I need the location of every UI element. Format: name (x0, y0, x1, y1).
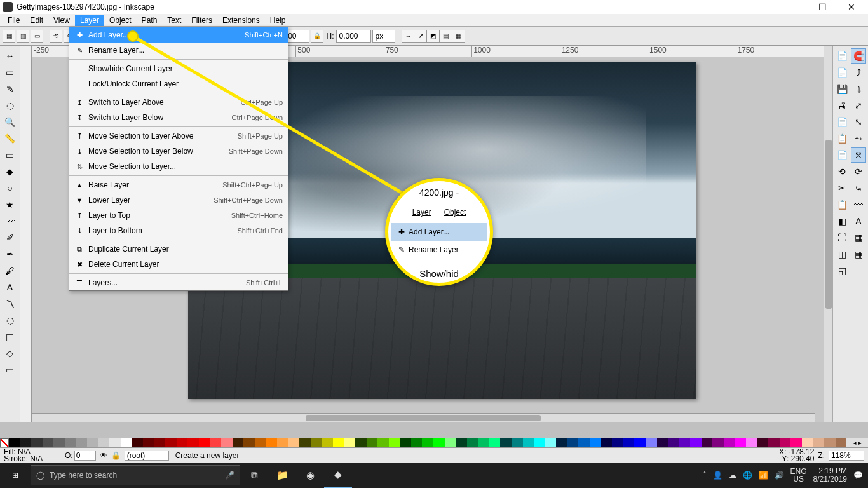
color-swatch[interactable] (646, 438, 657, 447)
close-button[interactable]: ✕ (837, 0, 865, 14)
fill-stroke-indicator[interactable]: Fill: N/A Stroke: N/A (4, 449, 61, 463)
menu-item-delete-current-layer[interactable]: ✖Delete Current Layer (69, 257, 288, 272)
color-swatch[interactable] (76, 438, 87, 447)
color-swatch[interactable] (243, 438, 255, 447)
affect-move-button[interactable]: ↔ (402, 30, 414, 43)
system-tray[interactable]: ˄ 👤 ☁ 🌐 📶 🔊 ENG US 2:19 PM 8/21/2019 💬 (698, 467, 868, 484)
select-all-button[interactable]: ▦ (3, 30, 15, 43)
color-swatch[interactable] (601, 438, 613, 447)
task-view-button[interactable]: ⧉ (240, 463, 268, 488)
command-22[interactable]: ⛶ (834, 230, 850, 245)
opacity-input[interactable]: 0 (74, 451, 96, 461)
color-swatch[interactable] (121, 438, 132, 447)
color-swatch[interactable] (377, 438, 389, 447)
color-swatch[interactable] (311, 438, 322, 447)
command-16[interactable]: ✂ (834, 180, 850, 196)
menu-item-layer-to-top[interactable]: ⤒Layer to TopShift+Ctrl+Home (69, 208, 288, 223)
command-11[interactable]: ⤳ (851, 131, 866, 146)
color-swatch[interactable] (109, 438, 121, 447)
color-swatch[interactable] (489, 438, 501, 447)
palette-scroll[interactable]: ◂ ▸ (846, 438, 868, 447)
menu-item-move-selection-to-layer-below[interactable]: ⤓Move Selection to Layer BelowShift+Page… (69, 144, 288, 159)
command-1[interactable]: 🧲 (851, 48, 866, 64)
color-swatch[interactable] (299, 438, 311, 447)
color-swatch[interactable] (433, 438, 445, 447)
command-4[interactable]: 💾 (834, 81, 850, 97)
color-swatch[interactable] (322, 438, 333, 447)
color-swatch[interactable] (400, 438, 411, 447)
color-swatch[interactable] (746, 438, 757, 447)
tray-language[interactable]: ENG US (790, 468, 807, 483)
current-layer-select[interactable]: (root) (125, 451, 169, 461)
color-swatch[interactable] (411, 438, 423, 447)
color-swatch[interactable] (813, 438, 825, 447)
menu-item-layer-to-bottom[interactable]: ⤓Layer to BottomShift+Ctrl+End (69, 223, 288, 238)
color-swatch[interactable] (802, 438, 813, 447)
start-button[interactable]: ⊞ (0, 463, 31, 488)
tray-volume-icon[interactable]: 🔊 (775, 471, 784, 480)
color-swatch[interactable] (445, 438, 456, 447)
color-swatch[interactable] (780, 438, 791, 447)
tray-clock[interactable]: 2:19 PM 8/21/2019 (813, 467, 847, 484)
color-swatch[interactable] (534, 438, 545, 447)
menu-item-move-selection-to-layer-above[interactable]: ⤒Move Selection to Layer AboveShift+Page… (69, 128, 288, 144)
tool-5[interactable]: 📏 (3, 131, 18, 146)
command-12[interactable]: 📄 (834, 147, 850, 163)
color-swatch[interactable] (824, 438, 836, 447)
h-scroll-thumb[interactable] (306, 415, 541, 421)
color-swatch[interactable] (523, 438, 534, 447)
menu-file[interactable]: File (3, 15, 25, 26)
tray-chevron-icon[interactable]: ˄ (703, 471, 707, 480)
color-swatch[interactable] (456, 438, 467, 447)
command-14[interactable]: ⟲ (834, 164, 850, 179)
color-swatch[interactable] (177, 438, 188, 447)
visibility-toggle-icon[interactable]: 👁 (100, 451, 107, 460)
affect-scale-button[interactable]: ⤢ (414, 30, 427, 43)
color-swatch[interactable] (255, 438, 266, 447)
tool-7[interactable]: ◆ (3, 164, 18, 179)
action-center-icon[interactable]: 💬 (853, 471, 863, 480)
command-25[interactable]: ▦ (851, 247, 866, 262)
menu-item-layers[interactable]: ☰Layers...Shift+Ctrl+L (69, 275, 288, 290)
color-swatch[interactable] (187, 438, 199, 447)
menu-edit[interactable]: Edit (25, 15, 48, 26)
menu-path[interactable]: Path (137, 15, 163, 26)
color-swatch[interactable] (612, 438, 623, 447)
tool-14[interactable]: A (3, 280, 18, 295)
color-swatch[interactable] (657, 438, 668, 447)
command-6[interactable]: 🖨 (834, 98, 850, 113)
affect-pattern-button[interactable]: ▦ (452, 30, 465, 43)
lock-aspect-button[interactable]: 🔒 (311, 30, 323, 43)
command-5[interactable]: ⤵ (851, 81, 866, 97)
menu-help[interactable]: Help (265, 15, 291, 26)
menu-item-raise-layer[interactable]: ▲Raise LayerShift+Ctrl+Page Up (69, 177, 288, 193)
color-palette[interactable]: ◂ ▸ (0, 438, 868, 447)
color-swatch[interactable] (545, 438, 557, 447)
vertical-ruler[interactable] (20, 57, 32, 422)
color-swatch[interactable] (65, 438, 76, 447)
color-swatch[interactable] (578, 438, 590, 447)
color-swatch[interactable] (467, 438, 478, 447)
color-swatch[interactable] (836, 438, 847, 447)
color-swatch[interactable] (333, 438, 344, 447)
mic-icon[interactable]: 🎤 (225, 471, 234, 480)
tool-8[interactable]: ○ (3, 180, 18, 196)
color-swatch[interactable] (790, 438, 802, 447)
command-18[interactable]: 📋 (834, 197, 850, 212)
command-15[interactable]: ⟳ (851, 164, 866, 179)
menu-item-duplicate-current-layer[interactable]: ⧉Duplicate Current Layer (69, 241, 288, 257)
menu-layer[interactable]: Layer (75, 15, 104, 26)
menu-item-add-layer[interactable]: ✚Add Layer...Shift+Ctrl+N (69, 27, 288, 43)
tool-19[interactable]: ▭ (3, 362, 18, 377)
color-swatch[interactable] (623, 438, 635, 447)
inkscape-taskbar-button[interactable]: ◆ (324, 463, 352, 488)
color-swatch[interactable] (712, 438, 724, 447)
command-26[interactable]: ◱ (834, 263, 850, 278)
tray-network-icon[interactable]: 🌐 (743, 471, 752, 480)
color-swatch[interactable] (43, 438, 54, 447)
tool-15[interactable]: 〽 (3, 296, 18, 311)
color-swatch[interactable] (500, 438, 512, 447)
affect-gradient-button[interactable]: ▤ (440, 30, 452, 43)
menu-item-lock-unlock-current-layer[interactable]: Lock/Unlock Current Layer (69, 76, 288, 92)
color-swatch[interactable] (367, 438, 378, 447)
